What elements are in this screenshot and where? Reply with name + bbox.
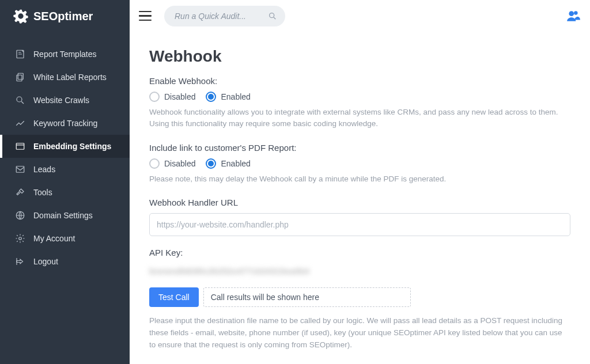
users-icon[interactable] (566, 9, 581, 24)
sidebar-item-white-label-reports[interactable]: White Label Reports (0, 66, 130, 89)
sidebar-item-logout[interactable]: Logout (0, 250, 130, 273)
sidebar-item-leads[interactable]: Leads (0, 158, 130, 181)
sidebar-item-domain-settings[interactable]: Domain Settings (0, 204, 130, 227)
sidebar: SEOptimer Report Templates White Label R… (0, 0, 130, 364)
file-copy-icon (15, 72, 25, 82)
brand-logo[interactable]: SEOptimer (0, 0, 130, 32)
sidebar-item-keyword-tracking[interactable]: Keyword Tracking (0, 112, 130, 135)
api-key-value: bnewndb839lc2k252o4771024315ea0b4 (149, 267, 309, 276)
sidebar-item-report-templates[interactable]: Report Templates (0, 43, 130, 66)
radio-label: Disabled (164, 92, 195, 101)
svg-point-10 (574, 11, 578, 14)
include-pdf-disabled-option[interactable]: Disabled (149, 158, 195, 169)
sidebar-nav: Report Templates White Label Reports Web… (0, 32, 130, 273)
test-call-button[interactable]: Test Call (149, 287, 199, 307)
api-key-label: API Key: (149, 248, 570, 257)
svg-rect-1 (18, 73, 23, 79)
chart-line-icon (15, 118, 25, 128)
svg-point-3 (17, 97, 22, 102)
search-icon (15, 95, 25, 105)
destination-help: Please input the destination file name t… (149, 315, 570, 351)
sidebar-item-label: White Label Reports (33, 73, 107, 82)
radio-label: Disabled (164, 159, 195, 168)
sidebar-item-label: Leads (33, 165, 55, 174)
svg-point-8 (270, 13, 274, 17)
sidebar-item-my-account[interactable]: My Account (0, 227, 130, 250)
svg-rect-2 (17, 75, 22, 81)
sidebar-item-label: Report Templates (33, 50, 96, 59)
enable-webhook-disabled-option[interactable]: Disabled (149, 92, 195, 102)
enable-webhook-label: Enable Webhook: (149, 76, 570, 86)
quick-audit-search-input[interactable] (164, 6, 285, 26)
embed-icon (15, 141, 25, 151)
enable-webhook-help: Webhook functionality allows you to inte… (149, 107, 570, 130)
radio-icon (149, 92, 160, 102)
radio-selected-icon (206, 92, 216, 102)
sidebar-item-label: Embedding Settings (33, 142, 111, 151)
webhook-handler-url-input[interactable] (149, 213, 570, 236)
sidebar-item-label: Website Crawls (33, 96, 89, 105)
radio-selected-icon (206, 158, 216, 169)
file-template-icon (15, 49, 25, 59)
radio-label: Enabled (221, 159, 250, 168)
include-pdf-enabled-option[interactable]: Enabled (206, 158, 250, 169)
svg-point-7 (19, 237, 22, 240)
brand-name: SEOptimer (33, 10, 93, 23)
hammer-icon (15, 187, 25, 198)
sidebar-item-label: Logout (33, 257, 58, 266)
gear-icon (15, 233, 25, 244)
logo-icon (13, 8, 29, 24)
page-title: Webhook (149, 47, 570, 66)
svg-point-9 (569, 11, 574, 16)
radio-icon (149, 158, 160, 169)
call-result-box: Call results will be shown here (203, 287, 411, 307)
sidebar-item-label: Tools (33, 188, 52, 197)
sidebar-item-website-crawls[interactable]: Website Crawls (0, 89, 130, 112)
include-pdf-help: Please note, this may delay the Webhook … (149, 173, 570, 185)
include-pdf-label: Include link to customer's PDF Report: (149, 143, 570, 153)
menu-toggle-button[interactable] (139, 9, 153, 23)
sidebar-item-embedding-settings[interactable]: Embedding Settings (0, 135, 130, 158)
sidebar-item-label: Domain Settings (33, 211, 93, 220)
sidebar-item-label: Keyword Tracking (33, 119, 97, 128)
enable-webhook-enabled-option[interactable]: Enabled (206, 92, 250, 102)
mail-icon (15, 164, 25, 175)
search-icon (268, 12, 277, 21)
svg-rect-5 (16, 166, 24, 173)
radio-label: Enabled (221, 92, 250, 101)
topbar (130, 0, 590, 32)
logout-icon (15, 256, 25, 267)
sidebar-item-tools[interactable]: Tools (0, 181, 130, 204)
page-content: Webhook Enable Webhook: Disabled Enabled… (130, 32, 590, 364)
handler-url-label: Webhook Handler URL (149, 198, 570, 207)
globe-icon (15, 210, 25, 221)
sidebar-item-label: My Account (33, 234, 75, 243)
svg-rect-4 (16, 143, 24, 150)
